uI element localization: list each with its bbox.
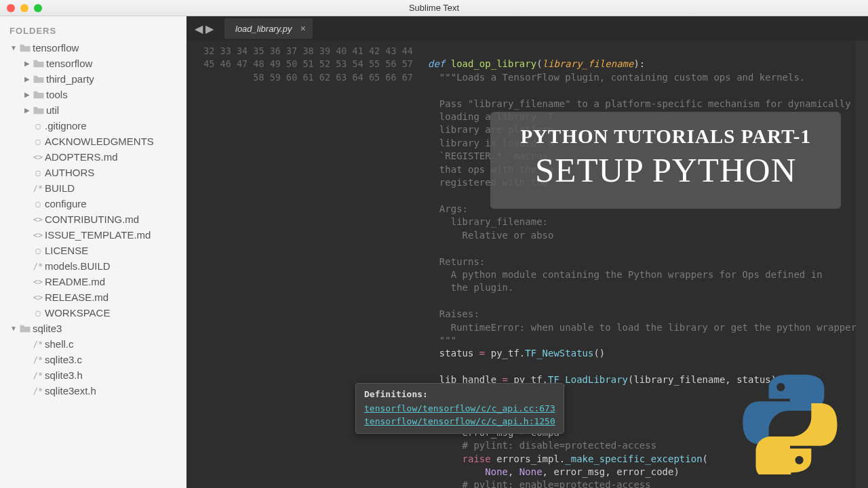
folder-icon	[31, 75, 46, 84]
folder-icon	[18, 324, 33, 333]
file-icon: /*	[31, 386, 45, 396]
tree-label: util	[46, 104, 59, 116]
file-item[interactable]: <>CONTRIBUTING.md	[3, 211, 184, 227]
popup-title: Definitions:	[364, 389, 555, 399]
folder-icon	[31, 59, 46, 68]
tree-label: configure	[45, 198, 87, 209]
tree-label: third_party	[46, 73, 94, 85]
disclosure-icon[interactable]: ▶	[23, 60, 31, 67]
disclosure-icon[interactable]: ▶	[23, 106, 31, 114]
folder-item[interactable]: ▶third_party	[3, 71, 184, 87]
file-item[interactable]: ▢ACKNOWLEDGMENTS	[3, 134, 184, 149]
file-icon: /*	[31, 371, 45, 380]
file-item[interactable]: <>ADOPTERS.md	[3, 149, 184, 165]
tree-label: ISSUE_TEMPLATE.md	[45, 229, 151, 241]
tree-label: ADOPTERS.md	[45, 151, 118, 163]
file-icon: <>	[31, 293, 45, 302]
tree-label: tensorflow	[46, 58, 92, 69]
definitions-popup: Definitions: tensorflow/tensorflow/c/c_a…	[355, 383, 564, 434]
file-icon: /*	[31, 184, 45, 193]
file-item[interactable]: /*shell.c	[3, 336, 184, 352]
file-item[interactable]: <>RELEASE.md	[3, 289, 184, 305]
file-item[interactable]: ▢WORKSPACE	[3, 305, 184, 321]
tree-label: sqlite3ext.h	[45, 385, 96, 396]
file-item[interactable]: /*BUILD	[3, 180, 184, 196]
titlebar: Sublime Text	[0, 0, 868, 16]
nav-back-icon[interactable]: ◀	[195, 22, 203, 35]
file-item[interactable]: /*sqlite3.c	[3, 352, 184, 367]
tab-label: load_library.py	[235, 24, 292, 34]
folder-item[interactable]: ▶util	[3, 102, 184, 118]
file-item[interactable]: /*models.BUILD	[3, 258, 184, 274]
tree-label: ACKNOWLEDGMENTS	[45, 136, 154, 147]
tree-label: sqlite3.h	[45, 369, 83, 381]
file-icon: ▢	[31, 308, 45, 318]
sidebar: FOLDERS ▼tensorflow▶tensorflow▶third_par…	[0, 16, 186, 488]
python-logo-icon	[739, 373, 841, 474]
file-item[interactable]: /*sqlite3.h	[3, 367, 184, 383]
tree-label: shell.c	[45, 338, 74, 350]
disclosure-icon[interactable]: ▶	[23, 91, 31, 98]
file-icon: /*	[31, 355, 45, 365]
nav-forward-icon[interactable]: ▶	[205, 22, 214, 35]
folder-item[interactable]: ▶tools	[3, 87, 184, 102]
tree-label: models.BUILD	[45, 260, 111, 272]
file-item[interactable]: ▢.gitignore	[3, 118, 184, 134]
minimize-icon[interactable]	[20, 4, 28, 12]
tree-label: sqlite3	[33, 323, 62, 334]
file-icon: ▢	[31, 199, 45, 209]
folder-item[interactable]: ▼tensorflow	[3, 40, 184, 56]
definition-link[interactable]: tensorflow/tensorflow/c/c_api.cc:673	[364, 402, 555, 415]
file-icon: ▢	[31, 121, 45, 131]
file-icon: /*	[31, 340, 45, 349]
disclosure-icon[interactable]: ▼	[9, 44, 18, 52]
window-controls	[0, 4, 42, 12]
tree-label: AUTHORS	[45, 167, 94, 178]
close-icon[interactable]: ×	[300, 23, 305, 34]
maximize-icon[interactable]	[34, 4, 42, 12]
file-icon: <>	[31, 215, 45, 224]
file-item[interactable]: ▢AUTHORS	[3, 165, 184, 180]
tree-label: README.md	[45, 276, 105, 287]
tree-label: tools	[46, 89, 68, 100]
file-item[interactable]: ▢configure	[3, 196, 184, 211]
folder-icon	[31, 90, 46, 100]
overlay-subtitle: PYTHON TUTORIALS PART-1	[520, 125, 811, 148]
file-icon: <>	[31, 277, 45, 287]
tab-bar: ◀ ▶ load_library.py ×	[186, 16, 868, 41]
folder-tree: ▼tensorflow▶tensorflow▶third_party▶tools…	[3, 40, 184, 399]
tab-file[interactable]: load_library.py ×	[224, 18, 313, 39]
tree-label: sqlite3.c	[45, 354, 82, 365]
tree-label: RELEASE.md	[45, 291, 108, 303]
disclosure-icon[interactable]: ▼	[9, 325, 18, 332]
tree-label: BUILD	[45, 182, 75, 194]
folder-icon	[18, 43, 33, 53]
file-icon: <>	[31, 230, 45, 240]
file-item[interactable]: <>ISSUE_TEMPLATE.md	[3, 227, 184, 243]
overlay-banner: PYTHON TUTORIALS PART-1 SETUP PYTHON	[490, 112, 841, 209]
disclosure-icon[interactable]: ▶	[23, 75, 31, 83]
file-item[interactable]: /*sqlite3ext.h	[3, 383, 184, 399]
file-icon: <>	[31, 152, 45, 162]
folder-item[interactable]: ▼sqlite3	[3, 321, 184, 336]
file-icon: ▢	[31, 168, 45, 178]
file-item[interactable]: ▢LICENSE	[3, 243, 184, 258]
tree-label: tensorflow	[33, 42, 79, 54]
minimap[interactable]	[856, 41, 868, 488]
folder-item[interactable]: ▶tensorflow	[3, 56, 184, 71]
file-item[interactable]: <>README.md	[3, 274, 184, 289]
file-icon: ▢	[31, 137, 45, 146]
overlay-title: SETUP PYTHON	[520, 150, 811, 190]
tree-label: LICENSE	[45, 245, 88, 256]
definition-link[interactable]: tensorflow/tensorflow/c/c_api.h:1250	[364, 415, 555, 428]
sidebar-header: FOLDERS	[3, 23, 184, 40]
window-title: Sublime Text	[409, 3, 459, 13]
file-icon: ▢	[31, 246, 45, 256]
tree-label: CONTRIBUTING.md	[45, 214, 139, 225]
tree-label: .gitignore	[45, 120, 87, 131]
file-icon: /*	[31, 262, 45, 271]
folder-icon	[31, 106, 46, 115]
close-icon[interactable]	[7, 4, 15, 12]
tree-label: WORKSPACE	[45, 307, 110, 319]
